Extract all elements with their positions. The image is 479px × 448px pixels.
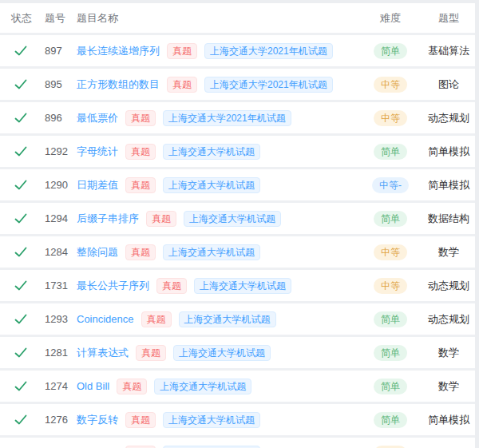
real-exam-tag: 真题 bbox=[136, 345, 166, 361]
real-exam-tag: 真题 bbox=[167, 77, 197, 93]
solved-check-icon bbox=[14, 247, 27, 257]
real-exam-tag: 真题 bbox=[117, 379, 147, 394]
difficulty-badge: 简单 bbox=[374, 379, 407, 394]
table-row: 1284 整除问题 真题 上海交通大学机试题 中等 数学 bbox=[0, 236, 475, 270]
problem-title-link[interactable]: 日期差值 bbox=[77, 178, 118, 192]
solved-check-icon bbox=[14, 213, 27, 224]
problem-id: 1274 bbox=[45, 380, 68, 392]
source-school-tag[interactable]: 上海交通大学机试题 bbox=[163, 144, 260, 160]
table-row: 896 最低票价 真题 上海交通大学2021年机试题 中等 动态规划 bbox=[0, 102, 475, 136]
table-row: 1281 计算表达式 真题 上海交通大学机试题 简单 数学 bbox=[0, 337, 475, 371]
source-school-tag[interactable]: 上海交通大学2021年机试题 bbox=[163, 110, 291, 126]
problem-id: 1276 bbox=[45, 414, 68, 426]
problem-title-link[interactable]: 正方形数组的数目 bbox=[77, 77, 160, 92]
table-row: 1731 最长公共子序列 真题 上海交通大学机试题 中等 动态规划 bbox=[0, 270, 475, 303]
solved-check-icon bbox=[14, 314, 27, 324]
problem-type: 动态规划 bbox=[428, 111, 469, 125]
difficulty-badge: 简单 bbox=[374, 345, 407, 361]
source-school-tag[interactable]: 上海交通大学机试题 bbox=[184, 211, 281, 227]
header-name: 题目名称 bbox=[77, 11, 358, 26]
header-id: 题号 bbox=[45, 11, 77, 26]
source-school-tag[interactable]: 上海交通大学机试题 bbox=[163, 446, 260, 448]
source-school-tag[interactable]: 上海交通大学机试题 bbox=[163, 412, 260, 428]
problem-title-link[interactable]: 计算表达式 bbox=[77, 346, 129, 360]
difficulty-badge: 中等 bbox=[374, 77, 407, 93]
problem-type: 数学 bbox=[438, 379, 459, 394]
table-row: 897 最长连续递增序列 真题 上海交通大学2021年机试题 简单 基础算法 bbox=[0, 35, 475, 69]
problem-id: 1731 bbox=[45, 280, 68, 291]
source-school-tag[interactable]: 上海交通大学机试题 bbox=[163, 244, 260, 260]
problem-type: 简单模拟 bbox=[428, 178, 469, 192]
real-exam-tag: 真题 bbox=[125, 412, 156, 428]
difficulty-badge: 中等 bbox=[374, 278, 407, 294]
solved-check-icon bbox=[14, 113, 27, 123]
table-row: 1293 Coincidence 真题 上海交通大学机试题 简单 动态规划 bbox=[0, 303, 475, 337]
table-row: 1276 数字反转 真题 上海交通大学机试题 简单 简单模拟 bbox=[0, 404, 475, 438]
source-school-tag[interactable]: 上海交通大学机试题 bbox=[179, 311, 276, 327]
difficulty-badge: 简单 bbox=[374, 144, 407, 160]
table-row: 1274 Old Bill 真题 上海交通大学机试题 简单 数学 bbox=[0, 371, 475, 404]
solved-check-icon bbox=[14, 146, 27, 157]
source-school-tag[interactable]: 上海交通大学机试题 bbox=[194, 278, 291, 294]
problem-id: 1281 bbox=[45, 347, 68, 359]
solved-check-icon bbox=[14, 381, 27, 391]
source-school-tag[interactable]: 上海交通大学2021年机试题 bbox=[204, 77, 333, 93]
source-school-tag[interactable]: 上海交通大学机试题 bbox=[154, 379, 251, 394]
problem-type: 动态规划 bbox=[428, 279, 469, 293]
source-school-tag[interactable]: 上海交通大学机试题 bbox=[163, 177, 260, 193]
problem-title-link[interactable]: 最低票价 bbox=[77, 111, 118, 125]
problem-id: 1284 bbox=[45, 246, 68, 258]
real-exam-tag: 真题 bbox=[125, 177, 156, 193]
difficulty-badge: 简单 bbox=[374, 311, 407, 327]
problem-title-link[interactable]: 字母统计 bbox=[77, 145, 118, 159]
real-exam-tag: 真题 bbox=[156, 278, 187, 294]
problem-title-link[interactable]: 最长公共子序列 bbox=[77, 279, 149, 293]
solved-check-icon bbox=[14, 347, 27, 358]
header-type: 题型 bbox=[422, 11, 475, 26]
source-school-tag[interactable]: 上海交通大学机试题 bbox=[173, 345, 271, 361]
problem-type: 数学 bbox=[438, 346, 459, 360]
difficulty-badge: 简单 bbox=[374, 43, 407, 59]
difficulty-badge: 简单 bbox=[374, 211, 407, 227]
table-body: 897 最长连续递增序列 真题 上海交通大学2021年机试题 简单 基础算法 8… bbox=[0, 35, 475, 448]
real-exam-tag: 真题 bbox=[167, 43, 197, 59]
real-exam-tag: 真题 bbox=[125, 110, 156, 126]
problem-type: 图论 bbox=[438, 77, 459, 92]
source-school-tag[interactable]: 上海交通大学2021年机试题 bbox=[204, 43, 333, 59]
problem-title-link[interactable]: 数字反转 bbox=[77, 413, 118, 427]
real-exam-tag: 真题 bbox=[125, 244, 156, 260]
difficulty-badge: 中等 bbox=[374, 446, 407, 448]
problem-title-link[interactable]: 最长连续递增序列 bbox=[77, 44, 160, 58]
difficulty-badge: 简单 bbox=[374, 412, 407, 428]
problem-id: 896 bbox=[45, 112, 62, 124]
difficulty-badge: 中等- bbox=[372, 177, 409, 193]
problem-id: 1294 bbox=[45, 212, 68, 224]
solved-check-icon bbox=[14, 46, 27, 56]
header-status: 状态 bbox=[0, 11, 45, 26]
problem-id: 897 bbox=[45, 45, 62, 57]
problem-id: 895 bbox=[45, 78, 62, 90]
scrollbar-track[interactable] bbox=[475, 0, 479, 448]
table-header-row: 状态 题号 题目名称 难度 题型 bbox=[0, 3, 475, 35]
problem-type: 动态规划 bbox=[428, 312, 469, 327]
table-row: 1294 后缀子串排序 真题 上海交通大学机试题 简单 数据结构 bbox=[0, 203, 475, 236]
problem-type: 数据结构 bbox=[428, 212, 469, 226]
real-exam-tag: 真题 bbox=[141, 311, 172, 327]
problem-title-link[interactable]: 整除问题 bbox=[77, 245, 118, 260]
problem-list-page: 状态 题号 题目名称 难度 题型 897 最长连续递增序列 真题 上海交通大学2… bbox=[0, 0, 479, 448]
problem-title-link[interactable]: 后缀子串排序 bbox=[77, 212, 139, 226]
table-row: 895 正方形数组的数目 真题 上海交通大学2021年机试题 中等 图论 bbox=[0, 69, 475, 102]
problem-type: 数学 bbox=[438, 245, 459, 260]
problem-type: 简单模拟 bbox=[428, 145, 469, 159]
problem-title-link[interactable]: Coincidence bbox=[77, 313, 134, 325]
difficulty-badge: 中等 bbox=[374, 110, 407, 126]
solved-check-icon bbox=[14, 79, 27, 89]
real-exam-tag: 真题 bbox=[146, 211, 176, 227]
problem-title-link[interactable]: Old Bill bbox=[77, 380, 109, 392]
problem-id: 1292 bbox=[45, 145, 68, 157]
problem-type: 基础算法 bbox=[428, 44, 469, 58]
problem-type: 简单模拟 bbox=[428, 413, 469, 427]
page-top-edge bbox=[0, 0, 479, 3]
difficulty-badge: 中等 bbox=[374, 244, 407, 260]
table-row: 1292 字母统计 真题 上海交通大学机试题 简单 简单模拟 bbox=[0, 136, 475, 169]
